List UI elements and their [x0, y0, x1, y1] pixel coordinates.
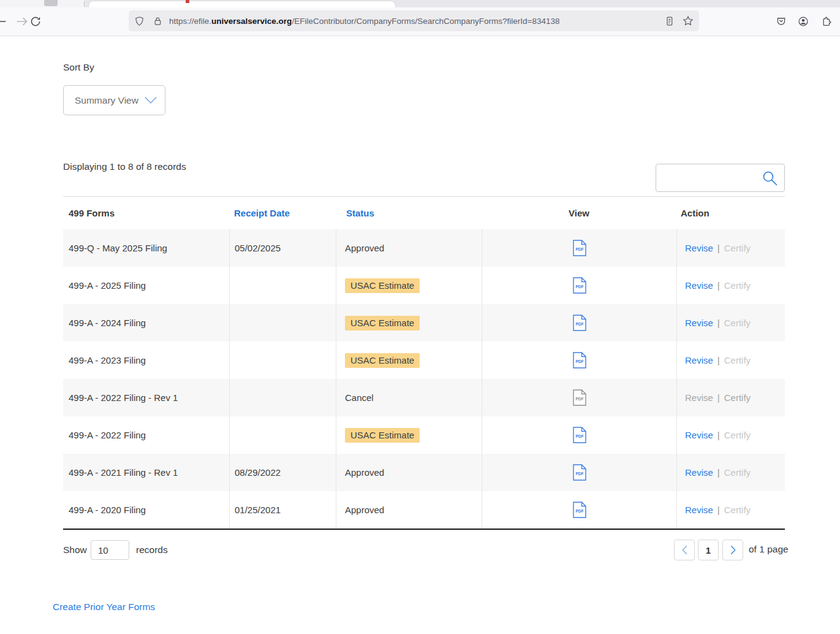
certify-link: Certify [724, 355, 751, 365]
table-row: 499-A - 2022 Filing USAC Estimate PDF Re… [63, 416, 785, 454]
summary-view-dropdown[interactable]: Summary View [63, 85, 165, 115]
tab-bar-button[interactable] [44, 0, 58, 6]
table-body: 499-Q - May 2025 Filing 05/02/2025 Appro… [63, 229, 785, 529]
table-row: 499-A - 2023 Filing USAC Estimate PDF Re… [63, 342, 785, 379]
status-text: Approved [345, 505, 384, 515]
pdf-icon[interactable]: PDF [573, 315, 586, 331]
certify-link: Certify [724, 392, 751, 403]
action-separator: | [717, 392, 720, 403]
action-separator: | [717, 430, 720, 440]
svg-text:PDF: PDF [575, 509, 583, 513]
revise-link[interactable]: Revise [685, 243, 713, 253]
search-icon[interactable] [762, 170, 778, 186]
receipt-date: 08/29/2022 [235, 467, 281, 478]
url-text: https://efile.universalservice.org/EFile… [169, 17, 559, 26]
svg-text:PDF: PDF [575, 247, 583, 251]
pdf-icon[interactable]: PDF [573, 502, 586, 518]
status-text: Approved [345, 467, 384, 478]
revise-link[interactable]: Revise [685, 505, 713, 515]
status-text: Cancel [345, 392, 374, 403]
certify-link: Certify [724, 505, 751, 515]
revise-link[interactable]: Revise [685, 318, 713, 328]
forward-arrow-icon[interactable] [16, 15, 28, 28]
revise-link[interactable]: Revise [685, 280, 713, 291]
certify-link: Certify [724, 243, 751, 253]
chevron-right-icon [730, 545, 736, 555]
https-lock-icon[interactable] [153, 16, 163, 26]
header-499-forms: 499 Forms [63, 197, 229, 229]
header-status[interactable]: Status [336, 197, 482, 229]
records-label: records [136, 544, 168, 556]
table-row: 499-Q - May 2025 Filing 05/02/2025 Appro… [63, 229, 785, 267]
status-badge: USAC Estimate [345, 278, 420, 293]
pdf-icon[interactable]: PDF [573, 277, 586, 294]
page-size-input[interactable] [91, 540, 129, 560]
tab-bar-left [0, 0, 84, 7]
pdf-icon[interactable]: PDF [573, 464, 586, 481]
current-page-indicator: 1 [698, 540, 719, 560]
bookmark-star-icon[interactable] [683, 15, 694, 26]
form-name: 499-A - 2024 Filing [69, 318, 146, 328]
tracking-protection-shield-icon[interactable] [134, 16, 145, 26]
table-header-row: 499 Forms Receipt Date Status View Actio… [63, 197, 785, 229]
active-tab[interactable] [89, 1, 395, 7]
url-domain: universalservice.org [211, 17, 292, 26]
account-icon[interactable] [798, 16, 809, 27]
svg-text:PDF: PDF [575, 434, 583, 438]
url-prefix: https://efile. [169, 17, 211, 26]
create-prior-year-forms-link[interactable]: Create Prior Year Forms [53, 602, 155, 613]
back-arrow-icon[interactable] [0, 15, 7, 28]
previous-page-button[interactable] [674, 540, 695, 560]
table-row: 499-A - 2024 Filing USAC Estimate PDF Re… [63, 304, 785, 342]
receipt-date: 05/02/2025 [235, 243, 281, 253]
svg-text:PDF: PDF [575, 472, 583, 476]
tab-bar [0, 0, 840, 7]
show-label: Show [63, 544, 87, 556]
table-row: 499-A - 2020 Filing 01/25/2021 Approved … [63, 491, 785, 529]
revise-link[interactable]: Revise [685, 355, 713, 365]
revise-link[interactable]: Revise [685, 467, 713, 478]
status-text: Approved [345, 243, 384, 253]
browser-window: https://efile.universalservice.org/EFile… [0, 0, 840, 634]
url-bar[interactable]: https://efile.universalservice.org/EFile… [129, 10, 699, 31]
pdf-icon[interactable]: PDF [573, 427, 586, 443]
certify-link: Certify [724, 430, 751, 440]
reader-view-icon[interactable] [664, 16, 675, 26]
action-separator: | [717, 280, 720, 291]
status-badge: USAC Estimate [345, 353, 420, 368]
extensions-puzzle-icon[interactable] [821, 16, 832, 27]
chevron-down-icon [144, 96, 157, 104]
status-badge: USAC Estimate [345, 428, 420, 443]
forms-table: 499 Forms Receipt Date Status View Actio… [63, 196, 785, 530]
next-page-button[interactable] [722, 540, 743, 560]
reload-icon[interactable] [29, 15, 42, 28]
tab-divider [84, 1, 85, 7]
pdf-icon: PDF [573, 389, 586, 406]
search-input[interactable] [656, 164, 768, 191]
pdf-icon[interactable]: PDF [573, 240, 586, 256]
records-summary: Displaying 1 to 8 of 8 records [63, 161, 186, 172]
pocket-icon[interactable] [776, 16, 787, 27]
header-receipt-date[interactable]: Receipt Date [229, 197, 336, 229]
action-separator: | [717, 355, 720, 365]
table-row: 499-A - 2025 Filing USAC Estimate PDF Re… [63, 267, 785, 304]
action-separator: | [717, 467, 720, 478]
action-separator: | [717, 243, 720, 253]
form-name: 499-A - 2023 Filing [69, 355, 146, 365]
header-action: Action [676, 197, 785, 229]
form-name: 499-A - 2022 Filing [69, 430, 146, 440]
form-name: 499-A - 2020 Filing [69, 505, 146, 515]
pdf-icon[interactable]: PDF [573, 352, 586, 369]
tab-favicon [186, 0, 189, 3]
svg-text:PDF: PDF [575, 322, 583, 326]
certify-link: Certify [724, 280, 751, 291]
browser-toolbar: https://efile.universalservice.org/EFile… [0, 7, 840, 36]
revise-link[interactable]: Revise [685, 430, 713, 440]
table-row: 499-A - 2021 Filing - Rev 1 08/29/2022 A… [63, 454, 785, 491]
url-path: /EFileContributor/CompanyForms/SearchCom… [292, 17, 559, 26]
header-view: View [482, 197, 676, 229]
status-badge: USAC Estimate [345, 316, 420, 330]
form-name: 499-A - 2022 Filing - Rev 1 [69, 392, 178, 403]
svg-text:PDF: PDF [575, 359, 583, 364]
receipt-date: 01/25/2021 [235, 505, 281, 515]
